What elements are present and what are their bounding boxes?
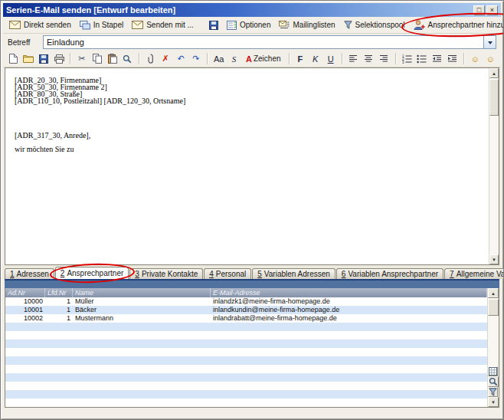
subject-combobox[interactable] <box>43 35 496 49</box>
search-icon[interactable] <box>120 51 135 66</box>
recipient-tabbar: 1Adressen2Ansprechpartner3Private Kontak… <box>3 265 501 279</box>
send-with-icon <box>132 21 143 29</box>
scroll-up-button[interactable]: ▲ <box>489 68 499 78</box>
cell-email <box>211 340 487 348</box>
save-icon[interactable] <box>37 51 51 66</box>
tab-adressen[interactable]: 1Adressen <box>5 268 54 279</box>
close-button[interactable]: × <box>486 5 498 15</box>
underline-icon[interactable]: U <box>323 51 338 66</box>
redo-icon[interactable]: ↷ <box>188 51 203 66</box>
editor-line <box>15 118 479 125</box>
subject-input[interactable] <box>44 36 483 48</box>
scroll-down-button[interactable]: ▼ <box>488 397 499 407</box>
cell-lfdnr <box>45 399 73 407</box>
italic-icon[interactable]: K <box>308 51 322 66</box>
new-icon[interactable] <box>6 51 21 66</box>
font-icon[interactable]: Aa <box>211 51 226 66</box>
editor-scrollbar[interactable]: ▲ ▼ <box>489 68 499 264</box>
cell-lfdnr <box>45 340 73 348</box>
search-icon[interactable] <box>488 376 499 387</box>
char-format-icon[interactable]: AZeichen <box>242 51 285 66</box>
table-row-empty <box>5 373 487 382</box>
scrollbar-thumb[interactable] <box>489 79 499 116</box>
editor-body[interactable]: [ADR_20_30, Firmenname][ADR_50_30, Firme… <box>5 68 489 264</box>
align-right-icon[interactable] <box>377 51 391 66</box>
toolbar-separator <box>342 53 342 64</box>
ansprechpartner-hinzufuegen-button[interactable]: Ansprechpartner hinzufügen <box>410 18 504 32</box>
combo-dropdown-button[interactable] <box>483 36 496 48</box>
table-row-empty <box>5 365 487 373</box>
cell-name <box>73 390 211 399</box>
outdent-icon[interactable] <box>430 51 444 66</box>
tab-allgemeine-variablen[interactable]: 7Allgemeine Variablen <box>444 268 504 279</box>
smiley2-icon[interactable]: ☺ <box>483 51 498 66</box>
table-row-empty <box>5 382 487 390</box>
cell-adnr <box>5 356 45 365</box>
table-row[interactable]: 100001Müllerinlandzk1@meine-firma-homepa… <box>5 297 487 306</box>
main-toolbar: Direkt sendenIn StapelSenden mit ...Opti… <box>3 17 501 34</box>
table-grid: Ad.NrLfd.NrNameE-Mail-Adresse 100001Müll… <box>5 288 487 407</box>
align-center-icon[interactable] <box>362 51 376 66</box>
smiley-icon[interactable]: ☺ <box>468 51 483 66</box>
toolbar-separator <box>207 53 208 64</box>
attach-icon[interactable] <box>143 51 158 66</box>
cell-name <box>73 331 211 340</box>
column-header-email[interactable]: E-Mail-Adresse <box>211 288 487 297</box>
column-header-lfdnr[interactable]: Lfd.Nr <box>45 288 73 297</box>
numbered-list-icon[interactable]: 123 <box>400 51 414 66</box>
cell-email <box>211 399 487 407</box>
restore-button[interactable]: □ <box>473 5 485 15</box>
scroll-down-button[interactable]: ▼ <box>489 254 499 264</box>
bullet-list-icon[interactable] <box>414 51 429 66</box>
speichern-button[interactable] <box>205 18 222 32</box>
font-style-icon[interactable]: S <box>227 51 241 66</box>
tab-private-kontakte[interactable]: 3Private Kontakte <box>129 268 203 279</box>
column-header-name[interactable]: Name <box>73 288 211 297</box>
filter-icon[interactable] <box>488 387 498 397</box>
ansprechpartner-hinzufuegen-label: Ansprechpartner hinzufügen <box>428 21 504 29</box>
open-icon[interactable] <box>21 51 36 66</box>
cell-email: inlandkundin@meine-firma-homepage.de <box>211 306 487 314</box>
undo-icon[interactable]: ↶ <box>174 51 188 66</box>
editor: [ADR_20_30, Firmenname][ADR_50_30, Firme… <box>5 67 499 265</box>
mailinglisten-button[interactable]: Mailinglisten <box>275 18 339 32</box>
grid-icon[interactable] <box>488 366 498 376</box>
delete-icon[interactable]: ✗ <box>159 51 173 66</box>
window-bottom-frame <box>3 408 501 417</box>
column-header-adnr[interactable]: Ad.Nr <box>5 288 45 297</box>
cell-lfdnr <box>45 390 73 399</box>
cut-icon[interactable]: ✂ <box>74 51 89 66</box>
table-scrollbar[interactable]: ▲ ▼ <box>487 288 499 407</box>
table-row-empty <box>5 348 487 356</box>
indent-icon[interactable] <box>445 51 460 66</box>
scrollbar-track[interactable] <box>489 78 499 254</box>
print-icon[interactable] <box>52 51 67 66</box>
table-row[interactable]: 100021Mustermanninlandrabatt@meine-firma… <box>5 314 487 323</box>
table-row[interactable]: 100011Bäckerinlandkundin@meine-firma-hom… <box>5 306 487 314</box>
scrollbar-thumb[interactable] <box>488 299 499 316</box>
bold-icon[interactable]: F <box>293 51 308 66</box>
paste-icon[interactable] <box>105 51 119 66</box>
cell-name <box>73 356 211 365</box>
cell-lfdnr: 1 <box>45 314 73 323</box>
cell-name: Bäcker <box>73 306 211 314</box>
tab-ansprechpartner[interactable]: 2Ansprechpartner <box>55 267 129 279</box>
copy-icon[interactable] <box>90 51 104 66</box>
optionen-button[interactable]: Optionen <box>223 18 275 32</box>
table-row-empty <box>5 399 487 407</box>
align-left-icon[interactable] <box>346 51 361 66</box>
tab-personal[interactable]: 4Personal <box>204 268 251 279</box>
direkt-senden-button[interactable]: Direkt senden <box>5 18 75 32</box>
selektionspool-button[interactable]: Selektionspool <box>340 18 409 32</box>
selektionspool-label: Selektionspool <box>355 21 405 29</box>
scroll-up-button[interactable]: ▲ <box>488 288 499 298</box>
in-stapel-button[interactable]: In Stapel <box>76 18 127 32</box>
cell-adnr <box>5 382 45 390</box>
tab-variablen-ansprechpartner[interactable]: 6Variablen Ansprechpartner <box>336 268 443 279</box>
toolbar-separator <box>289 53 290 64</box>
senden-mit-button[interactable]: Senden mit ... <box>128 18 198 32</box>
scrollbar-track[interactable] <box>488 298 499 366</box>
cell-lfdnr <box>45 348 73 356</box>
tab-variablen-adressen[interactable]: 5Variablen Adressen <box>252 268 335 279</box>
cell-name: Mustermann <box>73 314 211 323</box>
